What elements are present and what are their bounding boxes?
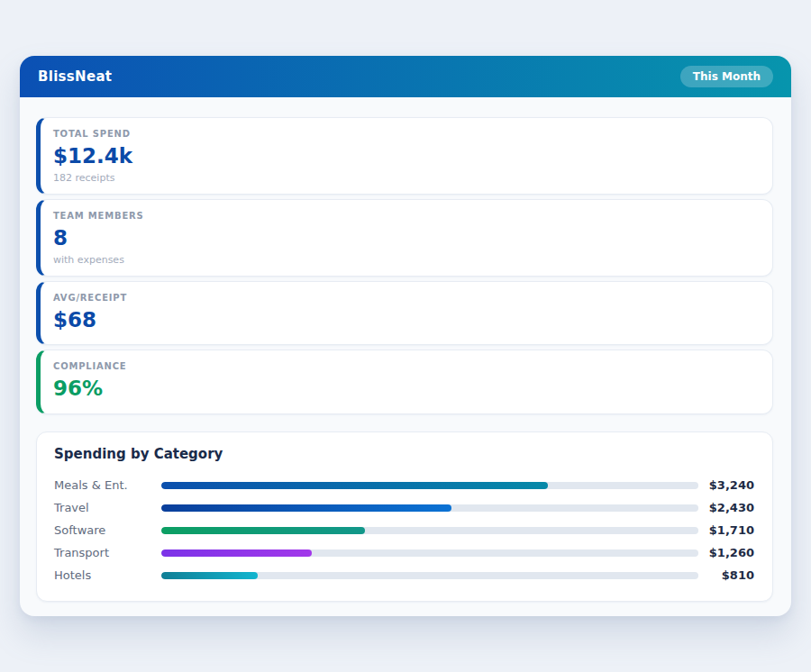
period-badge[interactable]: This Month: [680, 66, 773, 87]
stat-value: 96%: [53, 377, 758, 400]
spend-amount: $2,430: [698, 501, 754, 514]
spend-bar-track: [161, 527, 698, 534]
spend-category-label: Meals & Ent.: [54, 478, 161, 492]
spend-bar-fill: [161, 504, 451, 512]
spending-rows: Meals & Ent.$3,240Travel$2,430Software$1…: [54, 474, 754, 586]
stat-label: TEAM MEMBERS: [53, 211, 758, 221]
stat-value: $68: [53, 309, 758, 331]
stat-card-compliance: COMPLIANCE 96%: [36, 350, 773, 414]
spend-bar-fill: [161, 527, 365, 534]
stat-subtext: 182 receipts: [53, 172, 758, 184]
spend-amount: $3,240: [698, 478, 754, 492]
spend-row: Software$1,710: [54, 519, 754, 541]
spend-amount: $1,710: [698, 523, 754, 537]
spend-category-label: Hotels: [54, 568, 161, 582]
spend-bar-fill: [161, 549, 312, 557]
spend-amount: $1,260: [698, 546, 754, 559]
spend-row: Hotels$810: [54, 564, 754, 586]
spend-bar-track: [161, 482, 698, 489]
spend-category-label: Transport: [54, 546, 161, 559]
stat-value: $12.4k: [53, 145, 758, 168]
stat-label: COMPLIANCE: [53, 361, 758, 371]
stat-card-team-members: TEAM MEMBERS 8 with expenses: [36, 199, 773, 277]
stat-subtext: with expenses: [53, 254, 758, 266]
spending-title: Spending by Category: [54, 446, 754, 462]
dashboard-body: TOTAL SPEND $12.4k 182 receipts TEAM MEM…: [20, 97, 791, 602]
app-header: BlissNeat This Month: [20, 56, 791, 97]
spend-bar-track: [161, 549, 698, 557]
stat-label: TOTAL SPEND: [53, 129, 758, 139]
app-title: BlissNeat: [38, 68, 112, 85]
spend-amount: $810: [698, 568, 754, 582]
spend-bar-track: [161, 504, 698, 512]
spend-bar-fill: [161, 572, 258, 579]
stat-label: AVG/RECEIPT: [53, 293, 758, 303]
spend-bar-fill: [161, 482, 548, 489]
spend-category-label: Software: [54, 523, 161, 537]
spend-row: Travel$2,430: [54, 496, 754, 519]
stat-value: 8: [53, 227, 758, 250]
spend-category-label: Travel: [54, 501, 161, 514]
spend-row: Meals & Ent.$3,240: [54, 474, 754, 496]
spending-by-category-card: Spending by Category Meals & Ent.$3,240T…: [36, 431, 773, 602]
spend-row: Transport$1,260: [54, 541, 754, 564]
stat-card-total-spend: TOTAL SPEND $12.4k 182 receipts: [36, 117, 773, 195]
spend-bar-track: [161, 572, 698, 579]
stat-card-avg-receipt: AVG/RECEIPT $68: [36, 281, 773, 345]
dashboard-window: BlissNeat This Month TOTAL SPEND $12.4k …: [20, 56, 791, 616]
